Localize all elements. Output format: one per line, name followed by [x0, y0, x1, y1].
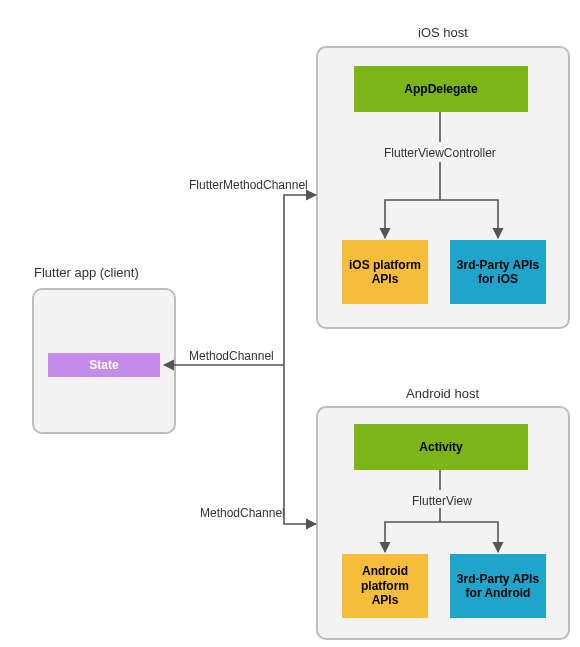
state-node: State [48, 353, 160, 377]
android-activity-node: Activity [354, 424, 528, 470]
ios-panel-title: iOS host [418, 25, 468, 40]
android-flutterview-label: FlutterView [412, 494, 472, 508]
edge-label-method-channel-android: MethodChannel [200, 506, 285, 520]
android-platform-apis-label: Android platform APIs [348, 564, 422, 607]
ios-platform-apis-node: iOS platform APIs [342, 240, 428, 304]
android-platform-apis-node: Android platform APIs [342, 554, 428, 618]
state-node-label: State [89, 358, 118, 372]
android-third-party-node: 3rd-Party APIs for Android [450, 554, 546, 618]
ios-third-party-node: 3rd-Party APIs for iOS [450, 240, 546, 304]
ios-flutterviewcontroller-label: FlutterViewController [384, 146, 496, 160]
android-activity-label: Activity [419, 440, 462, 454]
android-panel-title: Android host [406, 386, 479, 401]
ios-third-party-label: 3rd-Party APIs for iOS [456, 258, 540, 287]
edge-label-method-channel-client: MethodChannel [189, 349, 274, 363]
ios-appdelegate-label: AppDelegate [404, 82, 477, 96]
edge-label-flutter-method-channel: FlutterMethodChannel [189, 178, 308, 192]
ios-appdelegate-node: AppDelegate [354, 66, 528, 112]
android-third-party-label: 3rd-Party APIs for Android [456, 572, 540, 601]
ios-platform-apis-label: iOS platform APIs [348, 258, 422, 287]
client-panel-title: Flutter app (client) [34, 265, 139, 280]
